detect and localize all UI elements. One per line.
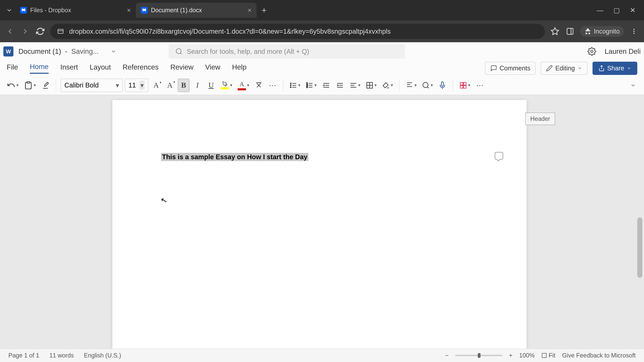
- back-button[interactable]: [5, 26, 15, 36]
- svg-point-36: [423, 82, 428, 87]
- undo-button[interactable]: ▾: [5, 79, 20, 92]
- vertical-scrollbar[interactable]: [637, 217, 642, 278]
- feedback-link[interactable]: Give Feedback to Microsoft: [562, 352, 636, 359]
- zoom-out-button[interactable]: −: [445, 352, 448, 359]
- svg-rect-41: [464, 85, 466, 88]
- address-bar: dropbox.com/scl/fi/q5c90i07zi8bxargtcvoj…: [0, 20, 644, 42]
- minimize-button[interactable]: —: [597, 6, 604, 14]
- tab-review[interactable]: Review: [170, 63, 194, 73]
- shading-button[interactable]: ▾: [380, 79, 394, 92]
- window-controls: — ▢ ✕: [588, 0, 644, 20]
- search-placeholder: Search for tools, help, and more (Alt + …: [187, 48, 309, 55]
- svg-text:3: 3: [306, 85, 308, 88]
- tab-layout[interactable]: Layout: [90, 63, 111, 73]
- tab-references[interactable]: References: [122, 63, 159, 73]
- highlight-color-button[interactable]: ▾: [219, 79, 234, 92]
- browser-tab-2[interactable]: Document (1).docx ×: [136, 3, 256, 18]
- comments-button[interactable]: Comments: [485, 62, 536, 75]
- tab-help[interactable]: Help: [232, 63, 246, 73]
- close-window-button[interactable]: ✕: [630, 6, 636, 14]
- numbering-button[interactable]: 123 ▾: [304, 79, 318, 92]
- svg-marker-2: [551, 28, 558, 34]
- settings-button[interactable]: [588, 47, 596, 56]
- clear-formatting-button[interactable]: [253, 79, 265, 92]
- borders-button[interactable]: ▾: [364, 79, 378, 92]
- italic-button[interactable]: I: [192, 79, 203, 92]
- separator: [453, 79, 453, 91]
- header-label-badge[interactable]: Header: [525, 113, 555, 125]
- zoom-slider[interactable]: [455, 355, 502, 356]
- word-count[interactable]: 11 words: [49, 352, 74, 359]
- increase-font-size-button[interactable]: A▴: [150, 79, 162, 92]
- ribbon-tabs: File Home Insert Layout References Revie…: [0, 61, 644, 76]
- more-font-options-button[interactable]: ⋯: [267, 79, 278, 92]
- font-family-select[interactable]: Calibri Bold ▾: [61, 79, 123, 92]
- increase-indent-button[interactable]: [334, 79, 346, 92]
- tab-file[interactable]: File: [7, 63, 18, 73]
- separator: [56, 79, 56, 91]
- editing-mode-button[interactable]: Editing: [541, 62, 587, 75]
- site-info-icon[interactable]: [57, 28, 64, 35]
- browser-tab-1[interactable]: Files - Dropbox ×: [15, 3, 136, 18]
- search-input[interactable]: Search for tools, help, and more (Alt + …: [168, 44, 405, 59]
- bookmark-button[interactable]: [550, 26, 560, 36]
- incognito-label: Incognito: [594, 28, 620, 35]
- svg-point-5: [634, 29, 634, 30]
- chevron-down-icon: ▾: [116, 81, 119, 89]
- svg-point-16: [290, 87, 291, 88]
- close-icon[interactable]: ×: [248, 6, 252, 14]
- tab-view[interactable]: View: [205, 63, 220, 73]
- maximize-button[interactable]: ▢: [614, 6, 620, 14]
- browser-menu-button[interactable]: [629, 26, 639, 36]
- page[interactable]: This is a sample Essay on How I start th…: [112, 100, 526, 349]
- find-button[interactable]: ▾: [420, 79, 434, 92]
- language-status[interactable]: English (U.S.): [84, 352, 121, 359]
- bullets-button[interactable]: ▾: [288, 79, 302, 92]
- word-app-icon[interactable]: W: [3, 46, 14, 56]
- decrease-font-size-button[interactable]: A▾: [164, 79, 176, 92]
- page-count[interactable]: Page 1 of 1: [8, 352, 39, 359]
- document-canvas[interactable]: This is a sample Essay on How I start th…: [0, 95, 644, 349]
- incognito-indicator[interactable]: Incognito: [580, 26, 624, 37]
- forward-button[interactable]: [20, 26, 30, 36]
- font-size-select[interactable]: 11 ▾: [125, 79, 148, 92]
- svg-point-6: [634, 31, 634, 32]
- tab-title: Document (1).docx: [151, 7, 202, 14]
- document-title[interactable]: Document (1) - Saving...: [18, 47, 99, 55]
- dictate-button[interactable]: [436, 79, 448, 92]
- fit-button[interactable]: Fit: [541, 352, 556, 359]
- comment-indicator-icon[interactable]: [495, 152, 503, 160]
- header-right: Lauren Deli: [588, 47, 641, 56]
- search-icon: [175, 48, 183, 55]
- styles-button[interactable]: ▾: [404, 79, 418, 92]
- zoom-in-button[interactable]: +: [509, 352, 512, 359]
- tab-search-button[interactable]: [3, 4, 15, 16]
- close-icon[interactable]: ×: [127, 6, 131, 14]
- new-tab-button[interactable]: +: [262, 5, 266, 15]
- svg-line-37: [427, 87, 429, 88]
- align-button[interactable]: ▾: [348, 79, 362, 92]
- reload-button[interactable]: [35, 26, 45, 36]
- tab-home[interactable]: Home: [30, 63, 49, 74]
- document-body-text[interactable]: This is a sample Essay on How I start th…: [161, 153, 308, 161]
- designer-button[interactable]: ▾: [458, 79, 472, 92]
- side-panel-button[interactable]: [565, 26, 575, 36]
- underline-button[interactable]: U: [205, 79, 217, 92]
- user-name[interactable]: Lauren Deli: [604, 47, 641, 55]
- chevron-down-icon: ▾: [140, 81, 144, 90]
- decrease-indent-button[interactable]: [320, 79, 332, 92]
- url-input[interactable]: dropbox.com/scl/fi/q5c90i07zi8bxargtcvoj…: [50, 24, 545, 39]
- share-button[interactable]: Share: [592, 62, 637, 75]
- bold-button[interactable]: B: [178, 79, 190, 92]
- title-dropdown-icon[interactable]: [110, 48, 116, 54]
- app-header: W Document (1) - Saving... Search for to…: [0, 42, 644, 61]
- font-color-button[interactable]: A ▾: [236, 79, 251, 92]
- tab-insert[interactable]: Insert: [60, 63, 78, 73]
- svg-rect-39: [464, 82, 466, 85]
- paste-button[interactable]: ▾: [22, 79, 38, 92]
- zoom-level[interactable]: 100%: [519, 352, 535, 359]
- more-commands-button[interactable]: ⋯: [474, 79, 486, 92]
- svg-point-12: [290, 83, 291, 84]
- ribbon-collapse-button[interactable]: [627, 79, 639, 92]
- format-painter-button[interactable]: [40, 79, 51, 92]
